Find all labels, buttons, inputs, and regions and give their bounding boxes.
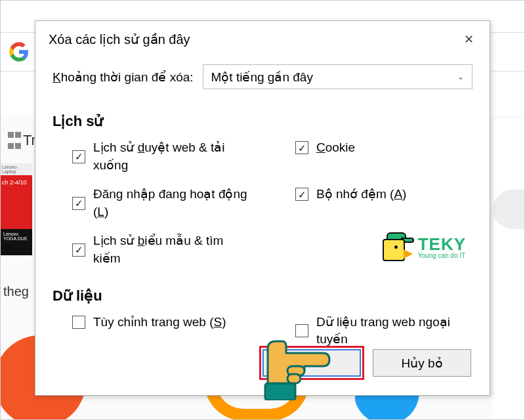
time-range-select[interactable]: Một tiếng gần đây ⌄ [203, 64, 472, 89]
checkbox-browsing-history[interactable]: Lịch sử duyệt web & tải xuống [72, 139, 295, 174]
brand-tagline: Young can do IT [418, 252, 466, 259]
checkbox-cache[interactable]: Bộ nhớ đệm (A) [295, 186, 472, 203]
checkbox-active-logins[interactable]: Đăng nhập đang hoạt động (L) [72, 186, 295, 220]
teky-bird-icon [377, 231, 414, 262]
checkbox-label: Lịch sử biểu mẫu & tìm kiếm [93, 232, 251, 267]
checkbox-icon [72, 150, 85, 163]
promo-thumbnail: Lenovo Laptop ch 2-4/10 LenovoYOGA DUE [1, 163, 32, 255]
checkbox-label: Lịch sử duyệt web & tải xuống [93, 139, 251, 174]
pointing-hand-icon [245, 315, 337, 400]
teky-brand: TEKY Young can do IT [377, 231, 466, 262]
chevron-down-icon: ⌄ [457, 72, 464, 81]
time-range-label: Khoảng thời gian để xóa: [52, 70, 194, 85]
section-data-heading: Dữ liệu [52, 287, 472, 304]
close-icon[interactable]: ✕ [459, 30, 478, 49]
checkbox-label: Bộ nhớ đệm (A) [316, 186, 406, 203]
time-range-value: Một tiếng gần đây [211, 70, 313, 85]
checkbox-form-search[interactable]: Lịch sử biểu mẫu & tìm kiếm [72, 232, 295, 267]
checkbox-cookies[interactable]: Cookie [295, 139, 472, 157]
bg-text-theg: theg [3, 284, 29, 299]
cancel-button[interactable]: Hủy bỏ [373, 349, 471, 377]
checkbox-icon [295, 141, 308, 154]
dialog-title: Xóa các lịch sử gần đây [49, 32, 190, 47]
svg-rect-2 [287, 374, 301, 383]
checkbox-label: Cookie [316, 139, 355, 157]
checkbox-label: Tùy chỉnh trang web (S) [93, 314, 226, 331]
section-history-heading: Lịch sử [52, 113, 472, 130]
checkbox-icon [295, 188, 308, 201]
clear-history-dialog: Xóa các lịch sử gần đây ✕ Khoảng thời gi… [35, 20, 490, 396]
checkbox-icon [72, 197, 85, 210]
checkbox-label: Đăng nhập đang hoạt động (L) [93, 186, 251, 220]
checkbox-icon [72, 316, 85, 329]
checkbox-icon [72, 243, 85, 257]
svg-rect-0 [265, 383, 295, 400]
checkbox-label: Dữ liệu trang web ngoại tuyến [316, 314, 472, 348]
google-logo-icon [9, 41, 30, 62]
grid-icon [7, 129, 23, 145]
right-column [493, 119, 525, 419]
